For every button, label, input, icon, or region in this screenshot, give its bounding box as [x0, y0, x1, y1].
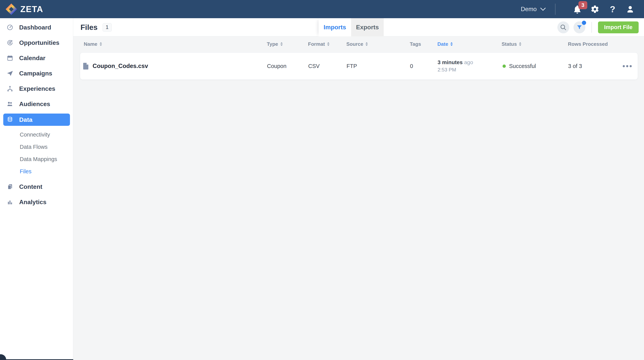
org-selector-dropdown[interactable]: Demo [521, 6, 546, 13]
sidebar-navigation: Dashboard Opportunities Calendar Campaig… [0, 18, 73, 360]
sidebar-item-opportunities[interactable]: Opportunities [0, 36, 73, 49]
sidebar-subitem-label: Data Mappings [20, 156, 57, 162]
row-menu-ellipsis-button[interactable] [621, 63, 634, 69]
brand-name: ZETA [20, 4, 43, 14]
target-icon [6, 39, 14, 46]
audiences-people-icon [6, 100, 14, 107]
calendar-icon [6, 54, 14, 61]
table-row[interactable]: Coupon_Codes.csv Coupon CSV FTP 0 3 minu… [80, 52, 638, 80]
chevron-down-icon [540, 7, 546, 11]
sidebar-item-label: Opportunities [19, 39, 60, 46]
sidebar-subitem-data-flows[interactable]: Data Flows [0, 143, 73, 151]
date-time: 2:53 PM [438, 67, 502, 73]
column-label: Tags [410, 41, 421, 47]
row-actions-cell [617, 63, 638, 69]
column-header-name[interactable]: Name [80, 41, 267, 47]
header-controls: Import File [557, 18, 644, 36]
column-label: Date [438, 41, 448, 47]
help-button[interactable]: ? [608, 4, 618, 14]
column-header-source[interactable]: Source [346, 41, 409, 47]
column-header-date[interactable]: Date [438, 41, 502, 47]
app-root: ZETA Demo 3 ? [0, 0, 644, 360]
user-account-button[interactable] [625, 4, 635, 14]
search-button[interactable] [557, 21, 569, 33]
filter-funnel-icon [576, 24, 582, 30]
sidebar-item-label: Campaigns [19, 70, 52, 77]
top-navigation-bar: ZETA Demo 3 ? [0, 0, 644, 18]
imports-exports-tabs: Imports Exports [318, 18, 384, 36]
sort-icon [327, 42, 330, 46]
sidebar-item-label: Content [19, 183, 42, 190]
sidebar-subitem-data-mappings[interactable]: Data Mappings [0, 155, 73, 163]
notifications-button[interactable]: 3 [572, 4, 582, 14]
sidebar-item-dashboard[interactable]: Dashboard [0, 21, 73, 33]
sort-icon [519, 42, 521, 46]
filter-active-dot [582, 21, 586, 25]
status-cell: Successful [502, 63, 567, 69]
sidebar-item-analytics[interactable]: Analytics [0, 196, 73, 208]
file-icon [83, 63, 88, 69]
status-badge: Successful [509, 63, 536, 69]
file-name-cell: Coupon_Codes.csv [80, 63, 267, 69]
sidebar-subitem-label: Connectivity [20, 132, 50, 138]
import-file-button[interactable]: Import File [598, 21, 639, 33]
sidebar-item-audiences[interactable]: Audiences [0, 98, 73, 110]
sidebar-item-calendar[interactable]: Calendar [0, 52, 73, 64]
file-name: Coupon_Codes.csv [92, 63, 148, 69]
zeta-brand-logo[interactable]: ZETA [0, 3, 43, 15]
question-mark-icon: ? [610, 5, 615, 13]
date-relative: 3 minutes ago [438, 59, 502, 65]
sidebar-item-label: Experiences [19, 85, 56, 92]
tab-label: Imports [324, 24, 346, 31]
main-area: Files 1 Imports Exports [73, 18, 644, 360]
sidebar-item-label: Data [19, 116, 32, 123]
column-header-status[interactable]: Status [502, 41, 567, 47]
tags-cell: 0 [409, 63, 438, 69]
filter-button[interactable] [574, 21, 585, 33]
tab-exports[interactable]: Exports [351, 18, 384, 36]
zeta-diamond-icon [5, 3, 17, 15]
paper-plane-icon [6, 70, 14, 77]
sidebar-subitem-files[interactable]: Files [0, 167, 73, 176]
database-icon [6, 116, 14, 123]
rows-processed-cell: 3 of 3 [567, 63, 617, 69]
search-icon [560, 24, 566, 31]
column-header-type[interactable]: Type [267, 41, 308, 47]
topbar-right-cluster: Demo 3 ? [521, 4, 644, 15]
tab-label: Exports [356, 24, 379, 31]
sort-icon [100, 42, 102, 46]
source-cell: FTP [346, 63, 409, 69]
status-success-dot [502, 64, 506, 68]
sidebar-subitem-label: Data Flows [20, 144, 48, 150]
date-cell: 3 minutes ago 2:53 PM [438, 59, 502, 72]
controls-divider [592, 22, 592, 33]
sidebar-item-experiences[interactable]: Experiences [0, 82, 73, 95]
ellipsis-dot [623, 65, 625, 67]
user-icon [626, 5, 634, 13]
column-label: Source [346, 41, 363, 47]
page-header: Files 1 Imports Exports [73, 18, 644, 36]
sidebar-item-label: Audiences [19, 100, 50, 108]
sidebar-subitem-connectivity[interactable]: Connectivity [0, 130, 73, 139]
sidebar-item-campaigns[interactable]: Campaigns [0, 67, 73, 79]
column-label: Name [84, 41, 97, 47]
files-content: Name Type Format Source Tags [73, 36, 644, 360]
column-label: Status [502, 41, 517, 47]
column-label: Format [308, 41, 325, 47]
sidebar-item-data[interactable]: Data [3, 114, 70, 126]
org-selector-label: Demo [521, 6, 537, 13]
flow-hierarchy-icon [6, 85, 14, 92]
tab-imports[interactable]: Imports [318, 18, 351, 36]
ellipsis-dot [630, 65, 632, 67]
column-label: Type [267, 41, 278, 47]
dashboard-gauge-icon [6, 24, 14, 31]
sort-icon [450, 42, 453, 46]
settings-button[interactable] [590, 4, 600, 14]
notification-count-badge: 3 [578, 1, 587, 9]
sidebar-item-label: Dashboard [19, 24, 51, 31]
sidebar-item-content[interactable]: Content [0, 181, 73, 193]
sort-icon [366, 42, 368, 46]
column-header-format[interactable]: Format [308, 41, 346, 47]
topbar-divider [555, 4, 556, 15]
format-cell: CSV [308, 63, 346, 69]
